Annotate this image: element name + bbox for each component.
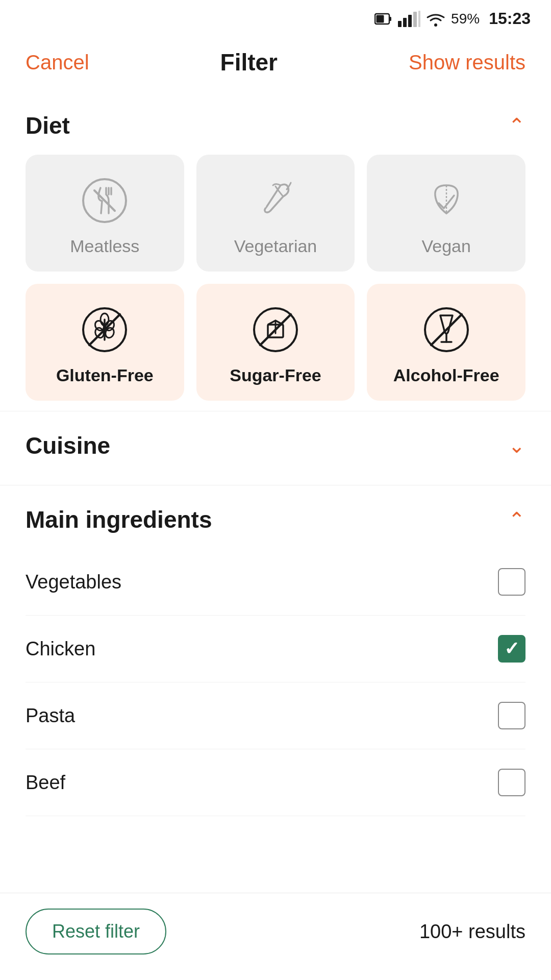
sugar-free-label: Sugar-Free: [230, 365, 321, 385]
cuisine-section-title: Cuisine: [26, 432, 110, 459]
main-ingredients-section: Main ingredients ⌃ Vegetables Chicken Pa…: [0, 485, 551, 816]
wifi-icon: [425, 11, 446, 27]
bottom-bar: Reset filter 100+ results: [0, 893, 551, 980]
time-display: 15:23: [489, 9, 531, 28]
diet-section-header: Diet ⌃: [26, 91, 525, 155]
status-bar: 59% 15:23: [0, 0, 551, 33]
diet-card-sugar-free[interactable]: Sugar-Free: [196, 284, 355, 401]
ingredient-row-beef[interactable]: Beef: [26, 749, 525, 816]
vegetarian-label: Vegetarian: [234, 236, 317, 256]
vegetarian-icon: [250, 175, 301, 226]
ingredient-label-chicken: Chicken: [26, 638, 95, 660]
svg-rect-5: [408, 15, 412, 27]
checkbox-pasta[interactable]: [498, 702, 525, 729]
ingredients-section-title: Main ingredients: [26, 506, 212, 533]
ingredients-list: Vegetables Chicken Pasta Beef: [26, 549, 525, 816]
gluten-free-label: Gluten-Free: [56, 365, 154, 385]
svg-rect-4: [403, 18, 407, 27]
battery-icon: [374, 12, 393, 26]
results-count: 100+ results: [419, 921, 525, 943]
gluten-free-icon: [79, 304, 130, 355]
svg-point-8: [434, 23, 437, 27]
diet-section-title: Diet: [26, 112, 70, 139]
checkbox-beef[interactable]: [498, 769, 525, 796]
alcohol-free-icon: [421, 304, 472, 355]
checkbox-chicken[interactable]: [498, 635, 525, 663]
reset-filter-button[interactable]: Reset filter: [26, 909, 166, 954]
ingredient-row-vegetables[interactable]: Vegetables: [26, 549, 525, 616]
diet-card-meatless[interactable]: Meatless: [26, 155, 184, 272]
vegan-label: Vegan: [421, 236, 470, 256]
diet-grid: Meatless Vegetarian Vegan: [26, 155, 525, 401]
diet-card-vegetarian[interactable]: Vegetarian: [196, 155, 355, 272]
ingredient-label-pasta: Pasta: [26, 705, 75, 727]
ingredient-label-beef: Beef: [26, 772, 65, 794]
cancel-button[interactable]: Cancel: [26, 51, 89, 74]
ingredients-chevron-up-icon[interactable]: ⌃: [508, 508, 525, 531]
show-results-button[interactable]: Show results: [409, 51, 525, 74]
status-icons: 59%: [374, 11, 480, 27]
filter-header: Cancel Filter Show results: [0, 33, 551, 91]
diet-card-vegan[interactable]: Vegan: [367, 155, 525, 272]
svg-rect-6: [413, 12, 417, 27]
ingredient-row-chicken[interactable]: Chicken: [26, 616, 525, 682]
diet-card-alcohol-free[interactable]: Alcohol-Free: [367, 284, 525, 401]
alcohol-free-label: Alcohol-Free: [393, 365, 499, 385]
diet-card-gluten-free[interactable]: Gluten-Free: [26, 284, 184, 401]
cuisine-section-header[interactable]: Cuisine ⌄: [26, 411, 525, 475]
diet-section: Diet ⌃ Meatless Vegetarian: [0, 91, 551, 401]
cuisine-chevron-down-icon[interactable]: ⌄: [508, 434, 525, 457]
page-title: Filter: [220, 48, 278, 76]
diet-chevron-up-icon[interactable]: ⌃: [508, 114, 525, 137]
meatless-icon: [79, 175, 130, 226]
ingredient-label-vegetables: Vegetables: [26, 571, 121, 593]
sugar-free-icon: [250, 304, 301, 355]
svg-rect-3: [398, 21, 402, 27]
svg-rect-2: [389, 17, 391, 21]
signal-icon: [398, 11, 420, 27]
svg-rect-7: [418, 11, 420, 27]
ingredients-section-header[interactable]: Main ingredients ⌃: [26, 485, 525, 549]
battery-percent: 59%: [451, 11, 480, 27]
cuisine-section: Cuisine ⌄: [0, 411, 551, 475]
vegan-icon: [421, 175, 472, 226]
svg-rect-1: [377, 15, 384, 22]
ingredient-row-pasta[interactable]: Pasta: [26, 682, 525, 749]
meatless-label: Meatless: [70, 236, 139, 256]
checkbox-vegetables[interactable]: [498, 568, 525, 596]
